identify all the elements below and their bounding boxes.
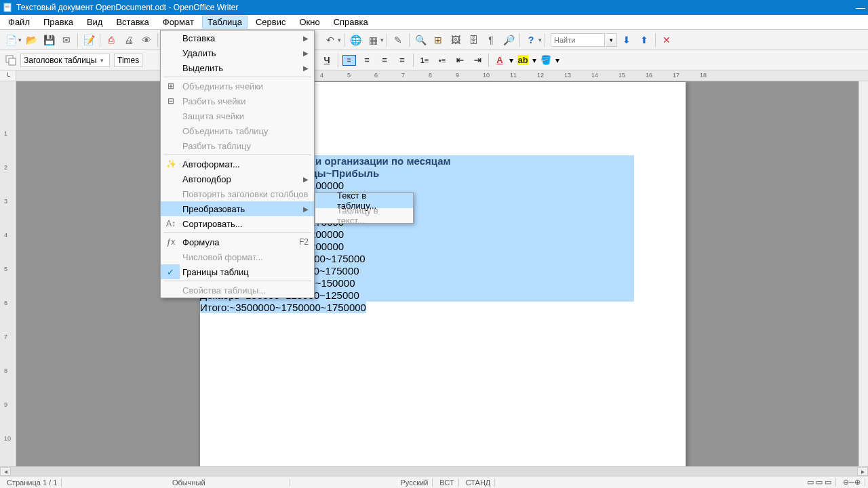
window-title: Текстовый документ OpenDocument.odt - Op…	[16, 3, 238, 12]
menu-window[interactable]: Окно	[294, 16, 325, 28]
align-right-icon[interactable]: ≡	[376, 52, 393, 68]
font-color-icon[interactable]: A	[492, 52, 508, 68]
find-prev-icon[interactable]: ⬆	[636, 32, 652, 48]
new-doc-icon[interactable]: 📄	[3, 32, 19, 48]
align-justify-icon[interactable]: ≡	[394, 52, 410, 68]
svg-rect-5	[9, 58, 16, 65]
datasource-icon[interactable]: 🗄	[465, 32, 481, 48]
help-icon[interactable]: ?	[523, 32, 539, 48]
horizontal-ruler[interactable]: 456789101112131415161718	[16, 70, 868, 81]
menu-view[interactable]: Вид	[81, 16, 108, 28]
doc-line[interactable]: 0000~200000	[281, 228, 634, 241]
sort-icon: A↕	[165, 218, 177, 230]
doc-line[interactable]: Итого:~3500000~1750000~1750000	[200, 302, 366, 313]
autoformat-icon: ✨	[165, 158, 177, 170]
merge-icon: ⊞	[165, 80, 177, 92]
find-dropdown[interactable]: ▾	[606, 33, 617, 47]
window-titlebar: Текстовый документ OpenDocument.odt - Op…	[0, 0, 868, 15]
menu-item-Разбить ячейки: ⊟Разбить ячейки	[161, 94, 314, 108]
find-input[interactable]	[551, 33, 605, 47]
find-icon[interactable]: 🔍	[412, 32, 429, 48]
menu-item-Автоформат...[interactable]: ✨Автоформат...	[161, 157, 314, 171]
menu-item-Числовой формат...: Числовой формат...	[161, 249, 314, 264]
menu-insert[interactable]: Вставка	[111, 16, 154, 28]
scroll-left-icon[interactable]: ◂	[0, 467, 11, 476]
align-left-icon[interactable]: ≡	[341, 52, 357, 68]
font-combo-value: Times	[117, 56, 139, 65]
menubar: Файл Правка Вид Вставка Формат Таблица С…	[0, 15, 868, 30]
svg-rect-2	[5, 6, 9, 7]
menu-item-Объединить таблицу: Объединить таблицу	[161, 123, 314, 138]
menu-item-Удалить[interactable]: Удалить▶	[161, 45, 314, 60]
table-menu-dropdown: Вставка▶Удалить▶Выделить▶⊞Объединить яче…	[160, 30, 315, 298]
doc-line[interactable]: Расходы~Прибыль	[281, 167, 634, 180]
bullets-icon[interactable]: •≡	[434, 52, 450, 68]
document-canvas[interactable]: рибыли организации по месяцамРасходы~При…	[16, 81, 868, 488]
hyperlink-icon[interactable]: 🌐	[347, 32, 363, 48]
drawing-icon[interactable]: ✎	[390, 32, 406, 48]
style-combo[interactable]: Заголовок таблицы▾	[20, 54, 110, 67]
print-icon[interactable]: 🖨	[121, 32, 137, 48]
email-icon[interactable]: ✉	[58, 32, 75, 48]
menu-format[interactable]: Формат	[157, 16, 199, 28]
indent-inc-icon[interactable]: ⇥	[469, 52, 486, 68]
doc-line[interactable]: 0000~100000	[281, 180, 634, 192]
submenu-item-Таблицу в текст...: Таблицу в текст...	[315, 208, 413, 223]
menu-tools[interactable]: Сервис	[250, 16, 292, 28]
menu-item-Вставка[interactable]: Вставка▶	[161, 30, 314, 45]
svg-rect-3	[5, 7, 9, 8]
menu-item-Повторять заголовки столбцов: Повторять заголовки столбцов	[161, 186, 314, 201]
zoom-icon[interactable]: 🔎	[500, 32, 517, 48]
font-combo[interactable]: Times	[114, 54, 142, 67]
horizontal-scrollbar[interactable]: ◂ ▸	[0, 466, 868, 476]
vertical-scrollbar[interactable]	[859, 81, 868, 488]
align-center-icon[interactable]: ≡	[359, 52, 375, 68]
undo-icon[interactable]: ↶	[322, 32, 338, 48]
status-insert[interactable]: ВСТ	[435, 479, 458, 487]
status-zoom-icon[interactable]: ⊖─⊕	[839, 478, 865, 487]
doc-line[interactable]: рибыли организации по месяцам	[281, 155, 634, 167]
status-selection[interactable]: СТАНД	[462, 479, 496, 487]
navigator-icon[interactable]: ⊞	[430, 32, 446, 48]
preview-icon[interactable]: 👁	[138, 32, 155, 48]
status-language[interactable]: Русский	[397, 479, 433, 487]
underline-icon[interactable]: Ч	[319, 52, 335, 68]
close-findbar-icon[interactable]: ✕	[658, 32, 675, 48]
menu-item-Преобразовать[interactable]: Преобразовать▶	[161, 201, 314, 216]
doc-line[interactable]: 0000~200000	[281, 241, 634, 253]
edit-doc-icon[interactable]: 📝	[81, 32, 97, 48]
status-style[interactable]: Обычный	[168, 479, 290, 487]
app-icon	[3, 3, 12, 12]
menu-file[interactable]: Файл	[3, 16, 35, 28]
minimize-button[interactable]: —	[856, 2, 865, 13]
menu-item-Выделить[interactable]: Выделить▶	[161, 60, 314, 75]
find-next-icon[interactable]: ⬇	[618, 32, 635, 48]
horizontal-ruler-row: └ 456789101112131415161718	[0, 70, 868, 81]
highlight-icon[interactable]: ab	[515, 52, 531, 68]
status-page: Страница 1 / 1	[3, 479, 62, 487]
menu-item-Формула[interactable]: ƒxФормулаF2	[161, 235, 314, 249]
status-viewmode-icon[interactable]: ▭ ▭ ▭	[803, 478, 836, 487]
table-icon[interactable]: ▦	[365, 32, 381, 48]
menu-item-Автоподбор[interactable]: Автоподбор▶	[161, 171, 314, 186]
numbering-icon[interactable]: 1≡	[416, 52, 433, 68]
menu-item-Границы таблиц[interactable]: ✓Границы таблиц	[161, 264, 314, 279]
formula-icon: ƒx	[165, 236, 177, 248]
gallery-icon[interactable]: 🖼	[448, 32, 464, 48]
formatting-toolbar: Заголовок таблицы▾ Times К Ч ≡ ≡ ≡ ≡ 1≡ …	[0, 50, 868, 70]
vertical-ruler[interactable]: 12345678910	[0, 81, 16, 488]
export-pdf-icon[interactable]: ⎙	[103, 32, 119, 48]
styles-icon[interactable]	[3, 52, 19, 68]
scroll-right-icon[interactable]: ▸	[857, 467, 868, 476]
save-icon[interactable]: 💾	[41, 32, 57, 48]
convert-submenu: Текст в таблицу...Таблицу в текст...	[315, 192, 414, 224]
menu-edit[interactable]: Правка	[38, 16, 79, 28]
menu-item-Сортировать...[interactable]: A↕Сортировать...	[161, 216, 314, 231]
indent-dec-icon[interactable]: ⇤	[452, 52, 468, 68]
nonprinting-icon[interactable]: ¶	[483, 32, 499, 48]
ruler-corner: └	[0, 70, 16, 81]
open-icon[interactable]: 📂	[23, 32, 39, 48]
menu-table[interactable]: Таблица	[202, 16, 248, 28]
bg-color-icon[interactable]: 🪣	[538, 52, 554, 68]
menu-help[interactable]: Справка	[328, 16, 374, 28]
